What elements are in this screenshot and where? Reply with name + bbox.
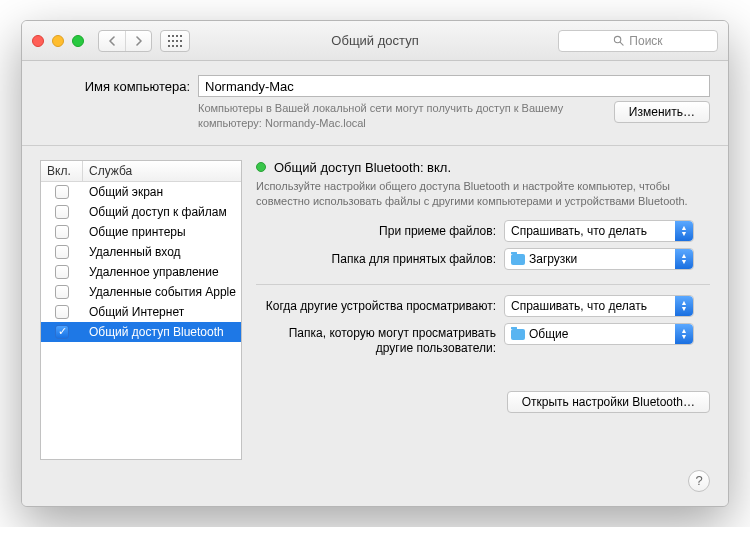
detail-pane: Общий доступ Bluetooth: вкл. Используйте… bbox=[256, 160, 710, 488]
titlebar: Общий доступ Поиск bbox=[22, 21, 728, 61]
help-button[interactable]: ? bbox=[688, 470, 710, 492]
service-row[interactable]: Удаленный вход bbox=[41, 242, 241, 262]
folder-icon bbox=[511, 329, 525, 340]
select-handle-icon: ▲▼ bbox=[675, 324, 693, 344]
service-name: Удаленное управление bbox=[83, 265, 241, 279]
svg-rect-11 bbox=[180, 45, 182, 47]
service-row[interactable]: Удаленное управление bbox=[41, 262, 241, 282]
svg-rect-1 bbox=[172, 35, 174, 37]
accepted-folder-value: Загрузки bbox=[529, 252, 577, 266]
receive-value: Спрашивать, что делать bbox=[511, 224, 647, 238]
service-row[interactable]: Удаленные события Apple bbox=[41, 282, 241, 302]
share-folder-value: Общие bbox=[529, 327, 568, 341]
status-dot-on-icon bbox=[256, 162, 266, 172]
chevron-left-icon bbox=[108, 36, 116, 46]
grid-icon bbox=[168, 35, 182, 47]
services-table: Вкл. Служба Общий экранОбщий доступ к фа… bbox=[40, 160, 242, 460]
close-icon[interactable] bbox=[32, 35, 44, 47]
services-body: Общий экранОбщий доступ к файламОбщие пр… bbox=[41, 182, 241, 342]
separator bbox=[256, 284, 710, 285]
computer-name-note: Компьютеры в Вашей локальной сети могут … bbox=[198, 101, 614, 131]
service-name: Общие принтеры bbox=[83, 225, 241, 239]
svg-rect-5 bbox=[172, 40, 174, 42]
computer-name-input[interactable] bbox=[198, 75, 710, 97]
svg-point-12 bbox=[615, 36, 621, 42]
svg-rect-8 bbox=[168, 45, 170, 47]
receive-label: При приеме файлов: bbox=[256, 224, 496, 238]
service-checkbox[interactable] bbox=[55, 265, 69, 279]
computer-name-section: Имя компьютера: Компьютеры в Вашей локал… bbox=[22, 61, 728, 146]
column-header-service[interactable]: Служба bbox=[83, 161, 241, 181]
service-row[interactable]: Общий Интернет bbox=[41, 302, 241, 322]
svg-rect-4 bbox=[168, 40, 170, 42]
accepted-folder-select[interactable]: Загрузки ▲▼ bbox=[504, 248, 694, 270]
show-all-button[interactable] bbox=[160, 30, 190, 52]
share-folder-label: Папка, которую могут просматривать други… bbox=[256, 323, 496, 355]
detail-title-row: Общий доступ Bluetooth: вкл. bbox=[256, 160, 710, 175]
service-name: Удаленные события Apple bbox=[83, 285, 241, 299]
select-handle-icon: ▲▼ bbox=[675, 249, 693, 269]
edit-button[interactable]: Изменить… bbox=[614, 101, 710, 123]
computer-name-label: Имя компьютера: bbox=[40, 79, 190, 94]
search-placeholder: Поиск bbox=[629, 34, 662, 48]
open-bluetooth-settings-button[interactable]: Открыть настройки Bluetooth… bbox=[507, 391, 710, 413]
service-name: Общий доступ к файлам bbox=[83, 205, 241, 219]
svg-rect-10 bbox=[176, 45, 178, 47]
select-handle-icon: ▲▼ bbox=[675, 221, 693, 241]
service-checkbox[interactable] bbox=[55, 225, 69, 239]
svg-rect-3 bbox=[180, 35, 182, 37]
preferences-window: Общий доступ Поиск Имя компьютера: Компь… bbox=[21, 20, 729, 507]
accepted-folder-label: Папка для принятых файлов: bbox=[256, 252, 496, 266]
service-name: Общий экран bbox=[83, 185, 241, 199]
back-button[interactable] bbox=[99, 31, 125, 51]
svg-rect-2 bbox=[176, 35, 178, 37]
share-folder-select[interactable]: Общие ▲▼ bbox=[504, 323, 694, 345]
traffic-lights bbox=[32, 35, 84, 47]
browse-select[interactable]: Спрашивать, что делать ▲▼ bbox=[504, 295, 694, 317]
service-name: Удаленный вход bbox=[83, 245, 241, 259]
svg-rect-0 bbox=[168, 35, 170, 37]
browse-value: Спрашивать, что делать bbox=[511, 299, 647, 313]
svg-rect-7 bbox=[180, 40, 182, 42]
main-area: Вкл. Служба Общий экранОбщий доступ к фа… bbox=[22, 146, 728, 506]
search-input[interactable]: Поиск bbox=[558, 30, 718, 52]
detail-title: Общий доступ Bluetooth: вкл. bbox=[274, 160, 451, 175]
chevron-right-icon bbox=[135, 36, 143, 46]
service-checkbox[interactable] bbox=[55, 305, 69, 319]
browse-label: Когда другие устройства просматривают: bbox=[256, 299, 496, 313]
receive-select[interactable]: Спрашивать, что делать ▲▼ bbox=[504, 220, 694, 242]
zoom-icon[interactable] bbox=[72, 35, 84, 47]
svg-line-13 bbox=[621, 42, 624, 45]
folder-icon bbox=[511, 254, 525, 265]
service-row[interactable]: Общие принтеры bbox=[41, 222, 241, 242]
search-icon bbox=[613, 35, 624, 46]
service-row[interactable]: ✓Общий доступ Bluetooth bbox=[41, 322, 241, 342]
minimize-icon[interactable] bbox=[52, 35, 64, 47]
service-checkbox[interactable] bbox=[55, 245, 69, 259]
forward-button[interactable] bbox=[125, 31, 151, 51]
services-header: Вкл. Служба bbox=[41, 161, 241, 182]
column-header-on[interactable]: Вкл. bbox=[41, 161, 83, 181]
detail-description: Используйте настройки общего доступа Blu… bbox=[256, 179, 710, 209]
select-handle-icon: ▲▼ bbox=[675, 296, 693, 316]
service-row[interactable]: Общий экран bbox=[41, 182, 241, 202]
svg-rect-6 bbox=[176, 40, 178, 42]
service-checkbox[interactable] bbox=[55, 185, 69, 199]
service-checkbox[interactable] bbox=[55, 285, 69, 299]
service-name: Общий Интернет bbox=[83, 305, 241, 319]
service-checkbox[interactable]: ✓ bbox=[55, 325, 69, 339]
svg-rect-9 bbox=[172, 45, 174, 47]
service-checkbox[interactable] bbox=[55, 205, 69, 219]
nav-back-forward bbox=[98, 30, 152, 52]
service-row[interactable]: Общий доступ к файлам bbox=[41, 202, 241, 222]
service-name: Общий доступ Bluetooth bbox=[83, 325, 241, 339]
